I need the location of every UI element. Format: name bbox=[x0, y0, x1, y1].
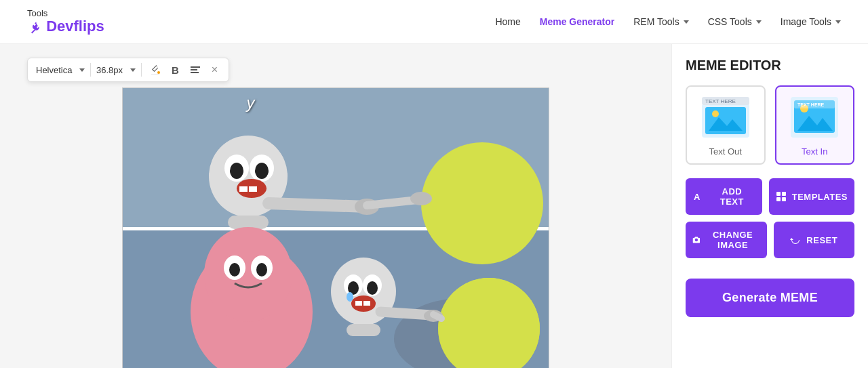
svg-point-35 bbox=[347, 292, 353, 302]
svg-text:A: A bbox=[694, 192, 701, 202]
text-in-svg: TEXT HERE bbox=[787, 94, 842, 141]
text-out-card[interactable]: TEXT HERE Text Out bbox=[686, 85, 766, 165]
nav-rem-tools[interactable]: REM Tools bbox=[633, 16, 688, 27]
toolbar-divider-1 bbox=[90, 63, 91, 77]
svg-line-19 bbox=[367, 200, 418, 205]
align-button[interactable] bbox=[187, 63, 203, 77]
add-text-icon: A bbox=[692, 191, 703, 202]
svg-point-25 bbox=[229, 263, 240, 277]
reset-button[interactable]: RESET bbox=[774, 222, 855, 258]
svg-text:TEXT HERE: TEXT HERE bbox=[705, 98, 736, 104]
svg-rect-3 bbox=[191, 72, 199, 73]
text-in-image: TEXT HERE bbox=[787, 94, 842, 141]
meme-canvas-container[interactable]: I Here Text y bbox=[122, 87, 549, 368]
nav-home[interactable]: Home bbox=[495, 16, 520, 27]
nav-css-tools[interactable]: CSS Tools bbox=[708, 16, 762, 27]
css-tools-chevron-icon bbox=[756, 20, 762, 24]
meme-text-overlay[interactable]: y bbox=[246, 94, 254, 113]
text-in-label: Text In bbox=[783, 146, 847, 157]
text-toolbar: Helvetica Arial Impact 36.8px 24px 48px bbox=[27, 58, 229, 82]
add-text-button[interactable]: A ADD TEXT bbox=[686, 178, 762, 215]
reset-icon bbox=[790, 234, 801, 245]
svg-point-26 bbox=[256, 263, 267, 277]
header: Tools Devflips Home Meme Generator REM T… bbox=[0, 0, 868, 44]
size-select-chevron-icon bbox=[130, 68, 136, 72]
canvas-area: Helvetica Arial Impact 36.8px 24px 48px bbox=[0, 44, 671, 368]
nav-meme-generator[interactable]: Meme Generator bbox=[540, 16, 614, 27]
logo-wrench-icon bbox=[27, 20, 41, 34]
font-select[interactable]: Helvetica Arial Impact bbox=[36, 65, 73, 75]
text-out-image: TEXT HERE bbox=[698, 94, 753, 141]
svg-point-12 bbox=[255, 163, 269, 179]
svg-rect-14 bbox=[239, 186, 248, 192]
svg-rect-55 bbox=[776, 192, 781, 196]
svg-point-11 bbox=[230, 163, 243, 179]
svg-point-22 bbox=[204, 227, 292, 322]
camera-icon bbox=[692, 234, 701, 245]
logo-brand-text: Devflips bbox=[27, 18, 104, 35]
sidebar-title: MEME EDITOR bbox=[686, 58, 854, 73]
style-selector: TEXT HERE Text Out TEXT HERE bbox=[686, 85, 854, 165]
svg-rect-37 bbox=[355, 301, 362, 306]
svg-rect-38 bbox=[363, 301, 370, 306]
image-tools-chevron-icon bbox=[835, 20, 841, 24]
nav-image-tools[interactable]: Image Tools bbox=[781, 16, 841, 27]
main-nav: Home Meme Generator REM Tools CSS Tools … bbox=[495, 16, 841, 27]
text-in-card[interactable]: TEXT HERE Text In bbox=[775, 85, 855, 165]
toolbar-divider-2 bbox=[141, 63, 142, 77]
close-toolbar-button[interactable]: × bbox=[209, 62, 220, 77]
svg-rect-39 bbox=[347, 324, 380, 336]
align-icon bbox=[190, 64, 201, 75]
sidebar: MEME EDITOR TEXT HERE T bbox=[671, 44, 868, 368]
svg-rect-57 bbox=[776, 197, 781, 201]
generate-meme-button[interactable]: Generate MEME bbox=[686, 279, 854, 317]
fill-bucket-icon bbox=[150, 64, 161, 75]
text-out-label: Text Out bbox=[694, 146, 757, 157]
fill-color-button[interactable] bbox=[147, 63, 163, 77]
svg-line-42 bbox=[433, 314, 441, 319]
change-image-button[interactable]: CHANGE IMAGE bbox=[686, 222, 767, 258]
logo[interactable]: Tools Devflips bbox=[27, 9, 104, 35]
bold-button[interactable]: B bbox=[169, 63, 182, 77]
templates-button[interactable]: TEMPLATES bbox=[769, 178, 854, 215]
logo-tools-text: Tools bbox=[27, 9, 104, 18]
svg-line-40 bbox=[380, 312, 431, 315]
templates-icon bbox=[776, 191, 787, 202]
rem-tools-chevron-icon bbox=[684, 20, 689, 24]
action-buttons-row-1: A ADD TEXT TEMPLATES bbox=[686, 178, 854, 215]
svg-point-7 bbox=[421, 142, 543, 264]
svg-point-34 bbox=[367, 281, 378, 295]
main-layout: Helvetica Arial Impact 36.8px 24px 48px bbox=[0, 44, 868, 368]
svg-rect-15 bbox=[249, 186, 257, 192]
svg-point-20 bbox=[410, 192, 432, 205]
svg-rect-56 bbox=[782, 192, 786, 196]
svg-point-0 bbox=[157, 71, 160, 74]
svg-rect-1 bbox=[191, 66, 200, 68]
svg-rect-2 bbox=[191, 69, 197, 70]
svg-rect-58 bbox=[782, 197, 786, 201]
svg-point-46 bbox=[712, 110, 719, 117]
action-buttons-row-2: CHANGE IMAGE RESET bbox=[686, 222, 854, 258]
meme-svg: I Here Text bbox=[123, 88, 549, 368]
svg-line-17 bbox=[269, 203, 367, 207]
svg-text:TEXT HERE: TEXT HERE bbox=[797, 102, 825, 107]
text-out-svg: TEXT HERE bbox=[698, 94, 753, 141]
font-select-chevron-icon bbox=[79, 68, 85, 72]
size-select[interactable]: 36.8px 24px 48px bbox=[96, 65, 123, 75]
